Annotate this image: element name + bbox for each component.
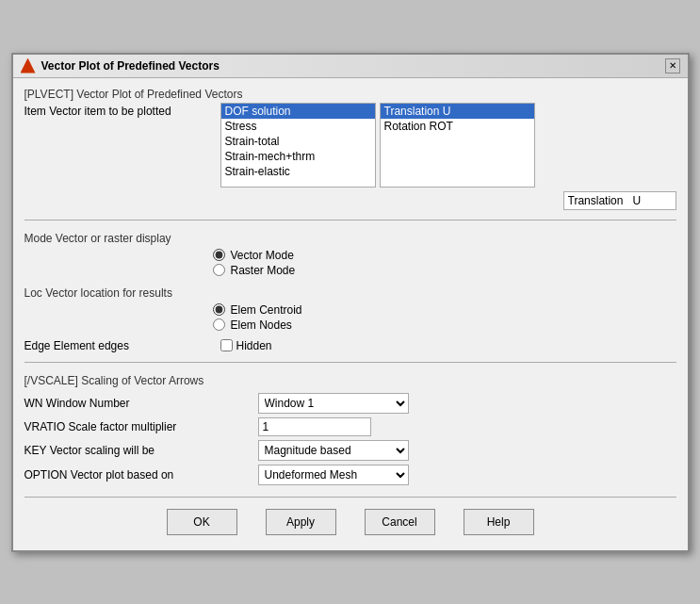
cancel-button[interactable]: Cancel xyxy=(365,509,435,535)
key-row: KEY Vector scaling will be Magnitude bas… xyxy=(24,440,676,461)
hidden-label: Hidden xyxy=(236,339,272,352)
option-select[interactable]: Undeformed Mesh Deformed Mesh xyxy=(258,465,409,485)
vratio-row: VRATIO Scale factor multiplier xyxy=(24,417,676,436)
list-item[interactable]: Rotation ROT xyxy=(381,119,534,134)
vector-mode-radio[interactable] xyxy=(213,249,225,261)
list-item[interactable]: Translation U xyxy=(381,104,534,119)
help-button[interactable]: Help xyxy=(464,509,534,535)
scaling-section: [/VSCALE] Scaling of Vector Arrows WN Wi… xyxy=(24,368,676,489)
dialog-title: Vector Plot of Predefined Vectors xyxy=(41,59,220,73)
list-item[interactable]: Strain-elastic xyxy=(221,164,375,179)
command-label: [PLVECT] Vector Plot of Predefined Vecto… xyxy=(24,86,676,103)
elem-centroid-radio[interactable] xyxy=(213,303,225,316)
ok-button[interactable]: OK xyxy=(167,509,237,535)
elem-nodes-label: Elem Nodes xyxy=(231,318,292,332)
item-label: Item Vector item to be plotted xyxy=(24,103,213,118)
vector-mode-label: Vector Mode xyxy=(231,249,294,262)
edge-section: Edge Element edges Hidden xyxy=(24,335,676,356)
raster-mode-radio[interactable] xyxy=(213,264,225,276)
vratio-input[interactable] xyxy=(258,417,371,436)
key-label: KEY Vector scaling will be xyxy=(24,444,251,457)
elem-centroid-label: Elem Centroid xyxy=(231,303,302,317)
item-bottom-row xyxy=(24,191,676,210)
lists-container: DOF solution Stress Strain-total Strain-… xyxy=(220,103,676,188)
loc-section: Loc Vector location for results Elem Cen… xyxy=(24,281,676,335)
list-item[interactable]: Stress xyxy=(221,119,375,134)
list-item[interactable]: Strain-total xyxy=(221,134,375,149)
main-dialog: Vector Plot of Predefined Vectors ✕ [PLV… xyxy=(11,53,690,552)
option-row: OPTION Vector plot based on Undeformed M… xyxy=(24,465,676,485)
vratio-label: VRATIO Scale factor multiplier xyxy=(24,420,251,433)
hidden-checkbox[interactable] xyxy=(220,339,233,351)
elem-nodes-radio[interactable] xyxy=(213,318,225,331)
vector-mode-row: Vector Mode xyxy=(24,249,676,262)
mode-label: Mode Vector or raster display xyxy=(24,230,676,247)
title-bar: Vector Plot of Predefined Vectors ✕ xyxy=(13,55,688,78)
wn-label: WN Window Number xyxy=(24,397,251,410)
translation-input[interactable] xyxy=(563,191,676,210)
elem-nodes-row: Elem Nodes xyxy=(24,318,676,332)
loc-label: Loc Vector location for results xyxy=(24,285,676,302)
raster-mode-label: Raster Mode xyxy=(231,264,296,277)
right-listbox[interactable]: Translation U Rotation ROT xyxy=(380,103,535,188)
hidden-checkbox-row: Hidden xyxy=(220,339,272,352)
divider-1 xyxy=(24,220,676,220)
item-section: Item Vector item to be plotted DOF solut… xyxy=(24,103,676,214)
apply-button[interactable]: Apply xyxy=(266,509,336,535)
scaling-header: [/VSCALE] Scaling of Vector Arrows xyxy=(24,372,676,389)
elem-centroid-row: Elem Centroid xyxy=(24,303,676,317)
list-item[interactable]: DOF solution xyxy=(221,104,375,119)
wn-select[interactable]: Window 1 Window 2 Window 3 xyxy=(258,393,409,414)
left-listbox[interactable]: DOF solution Stress Strain-total Strain-… xyxy=(220,103,376,188)
button-row: OK Apply Cancel Help xyxy=(24,497,676,543)
key-select[interactable]: Magnitude based Uniform Fixed xyxy=(258,440,409,461)
list-item[interactable]: Strain-mech+thrm xyxy=(221,149,375,164)
item-row: Item Vector item to be plotted DOF solut… xyxy=(24,103,676,188)
edge-label: Edge Element edges xyxy=(24,339,213,352)
wn-row: WN Window Number Window 1 Window 2 Windo… xyxy=(24,393,676,414)
mode-section: Mode Vector or raster display Vector Mod… xyxy=(24,226,676,281)
divider-2 xyxy=(24,362,676,363)
title-bar-left: Vector Plot of Predefined Vectors xyxy=(21,58,220,73)
close-button[interactable]: ✕ xyxy=(665,58,680,73)
raster-mode-row: Raster Mode xyxy=(24,264,676,277)
app-icon xyxy=(21,58,36,73)
dialog-body: [PLVECT] Vector Plot of Predefined Vecto… xyxy=(13,78,688,550)
option-label: OPTION Vector plot based on xyxy=(24,468,251,482)
